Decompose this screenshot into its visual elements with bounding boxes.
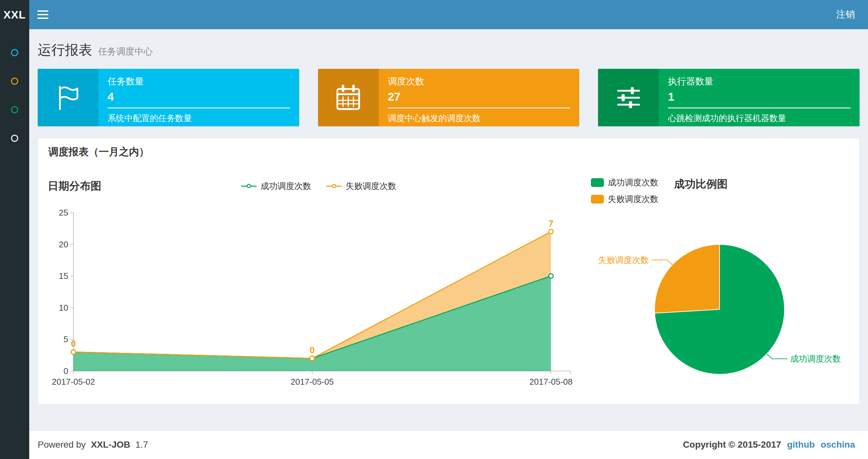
info-box-value: 27 xyxy=(388,90,570,103)
flag-icon xyxy=(38,69,98,126)
logout-link[interactable]: 注销 xyxy=(836,8,855,21)
info-box-executor-count: 执行器数量 1 心跳检测成功的执行器机器数量 xyxy=(598,69,860,126)
sidebar-item-logs[interactable] xyxy=(0,95,29,124)
info-box-value: 4 xyxy=(107,90,290,103)
sliders-icon xyxy=(598,69,659,126)
pie-chart-legend: 成功调度次数 失败调度次数 xyxy=(591,177,658,205)
legend-item-success[interactable]: 成功调度次数 xyxy=(241,181,311,192)
info-box-body: 执行器数量 1 心跳检测成功的执行器机器数量 xyxy=(659,69,860,126)
line-chart-header: 日期分布图 成功调度次数 失败调度次数 xyxy=(48,175,590,196)
page-title: 运行报表 xyxy=(38,41,92,59)
legend-item-fail[interactable]: 失败调度次数 xyxy=(591,194,658,205)
hamburger-icon xyxy=(37,10,49,12)
svg-text:2017-05-08: 2017-05-08 xyxy=(529,377,573,387)
info-box-value: 1 xyxy=(668,90,850,103)
circle-o-icon xyxy=(11,77,18,85)
brand-name: XXL-JOB xyxy=(91,439,130,450)
info-box-title: 执行器数量 xyxy=(668,75,850,88)
pie-chart-header: 成功调度次数 失败调度次数 成功比例图 xyxy=(590,175,849,205)
hamburger-icon xyxy=(37,14,49,15)
svg-text:25: 25 xyxy=(59,208,68,218)
info-box-trigger-count: 调度次数 27 调度中心触发的调度次数 xyxy=(318,69,580,126)
info-box-progress-bar xyxy=(107,107,290,108)
page-subtitle: 任务调度中心 xyxy=(98,45,153,58)
calendar-icon xyxy=(318,69,379,126)
page-header: 运行报表 任务调度中心 xyxy=(38,41,860,59)
svg-text:7: 7 xyxy=(548,219,553,229)
legend-label: 失败调度次数 xyxy=(346,181,396,192)
circle-o-icon xyxy=(11,135,18,142)
legend-label: 失败调度次数 xyxy=(608,194,658,205)
sidebar-item-executors[interactable] xyxy=(0,124,29,153)
circle-o-icon xyxy=(11,49,18,56)
info-box-progress-bar xyxy=(668,107,850,108)
svg-text:0: 0 xyxy=(71,339,76,349)
pie-chart-title: 成功比例图 xyxy=(674,177,728,192)
hamburger-icon xyxy=(37,18,49,19)
version: 1.7 xyxy=(135,439,148,450)
svg-text:15: 15 xyxy=(59,271,68,281)
sidebar-toggle-button[interactable] xyxy=(29,0,57,29)
svg-text:失败调度次数: 失败调度次数 xyxy=(598,255,649,265)
date-distribution-block: 日期分布图 成功调度次数 失败调度次数 05101520252017-05-02… xyxy=(48,175,590,391)
swatch-icon xyxy=(591,178,604,187)
sidebar-item-jobs[interactable] xyxy=(0,67,29,95)
circle-o-icon xyxy=(11,106,18,113)
info-box-description: 心跳检测成功的执行器机器数量 xyxy=(668,112,850,124)
svg-text:0: 0 xyxy=(64,366,68,376)
legend-item-fail[interactable]: 失败调度次数 xyxy=(326,181,396,192)
report-panel: 调度报表（一月之内） 日期分布图 成功调度次数 失败调度次数 xyxy=(38,138,860,404)
svg-text:2017-05-05: 2017-05-05 xyxy=(291,377,334,387)
info-box-task-count: 任务数量 4 系统中配置的任务数量 xyxy=(38,69,299,126)
charts-row: 日期分布图 成功调度次数 失败调度次数 05101520252017-05-02… xyxy=(38,166,859,404)
legend-label: 成功调度次数 xyxy=(608,177,658,188)
line-marker-icon xyxy=(326,184,342,189)
success-ratio-block: 成功调度次数 失败调度次数 成功比例图 成功调度次数失败调度次数 xyxy=(590,175,849,391)
info-box-body: 调度次数 27 调度中心触发的调度次数 xyxy=(379,69,580,126)
collapsed-sidebar xyxy=(0,29,29,459)
app-logo[interactable]: XXL xyxy=(0,0,29,29)
svg-text:0: 0 xyxy=(310,346,314,355)
svg-text:10: 10 xyxy=(59,303,68,313)
copyright-text: Copyright © 2015-2017 xyxy=(683,439,781,450)
github-link[interactable]: github xyxy=(787,439,815,450)
content-wrapper: 运行报表 任务调度中心 任务数量 4 系统中配置的任务数量 xyxy=(29,29,868,430)
info-box-title: 调度次数 xyxy=(388,75,570,88)
footer-powered-by: Powered by XXL-JOB 1.7 xyxy=(38,439,151,450)
powered-prefix: Powered by xyxy=(38,439,86,450)
line-marker-icon xyxy=(241,184,257,189)
line-chart-legend: 成功调度次数 失败调度次数 xyxy=(48,181,590,192)
footer-copyright: Copyright © 2015-2017 github oschina xyxy=(683,439,855,450)
top-navbar: XXL 注销 xyxy=(0,0,868,29)
legend-item-success[interactable]: 成功调度次数 xyxy=(591,177,658,188)
legend-label: 成功调度次数 xyxy=(260,181,311,192)
sidebar-item-dashboard[interactable] xyxy=(0,38,29,67)
svg-text:成功调度次数: 成功调度次数 xyxy=(790,354,841,364)
svg-text:5: 5 xyxy=(64,334,68,344)
info-box-description: 系统中配置的任务数量 xyxy=(107,112,290,124)
svg-text:2017-05-02: 2017-05-02 xyxy=(52,377,95,387)
date-distribution-chart: 05101520252017-05-022017-05-052017-05-08… xyxy=(48,196,590,391)
info-box-progress-bar xyxy=(388,107,570,108)
info-box-body: 任务数量 4 系统中配置的任务数量 xyxy=(98,69,299,126)
oschina-link[interactable]: oschina xyxy=(820,439,855,450)
info-box-row: 任务数量 4 系统中配置的任务数量 调度次数 27 调度中心 xyxy=(38,69,860,126)
success-ratio-pie-chart: 成功调度次数失败调度次数 xyxy=(590,208,849,390)
info-box-title: 任务数量 xyxy=(107,75,290,88)
panel-title: 调度报表（一月之内） xyxy=(38,138,859,166)
svg-text:20: 20 xyxy=(59,239,68,249)
page-footer: Powered by XXL-JOB 1.7 Copyright © 2015-… xyxy=(29,430,868,459)
info-box-description: 调度中心触发的调度次数 xyxy=(388,112,570,124)
swatch-icon xyxy=(591,195,604,203)
navbar-right: 注销 xyxy=(836,0,868,29)
